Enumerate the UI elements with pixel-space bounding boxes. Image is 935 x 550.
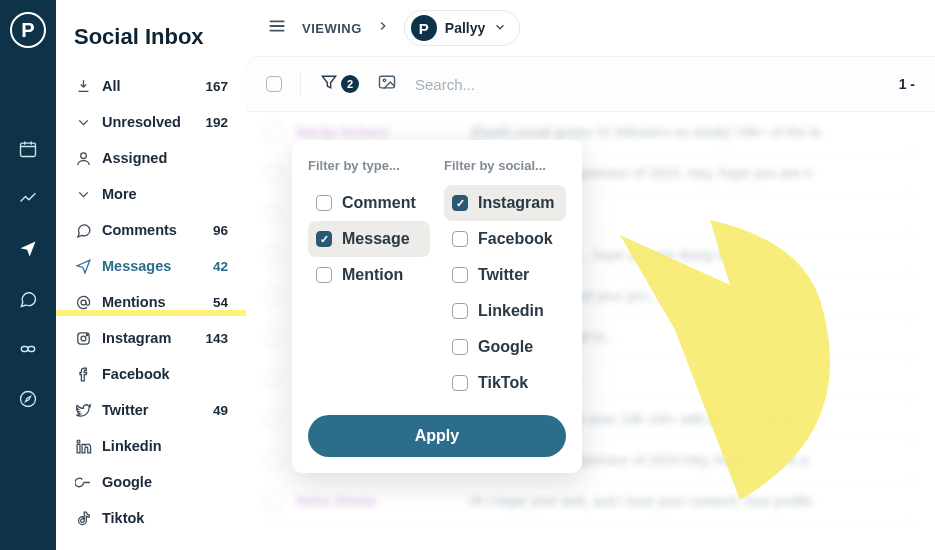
sidebar-item-label: Facebook [102, 366, 170, 382]
option-label: TikTok [478, 374, 528, 392]
checkbox-icon [452, 231, 468, 247]
analytics-icon[interactable] [17, 188, 39, 210]
checkbox-icon [452, 339, 468, 355]
filter-count-badge: 2 [341, 75, 359, 93]
filter-type-option[interactable]: Comment [308, 185, 430, 221]
sidebar-item-google[interactable]: Google [56, 464, 246, 500]
filter-social-option[interactable]: Twitter [444, 257, 566, 293]
apply-button[interactable]: Apply [308, 415, 566, 457]
chat-icon[interactable] [17, 288, 39, 310]
link-icon[interactable] [17, 338, 39, 360]
row-checkbox[interactable] [266, 411, 282, 427]
download-icon [74, 77, 92, 95]
row-checkbox[interactable] [266, 493, 282, 509]
svg-rect-0 [21, 143, 36, 156]
pager-text: 1 - [899, 76, 915, 92]
sidebar-item-assigned[interactable]: Assigned [56, 140, 246, 176]
compass-icon[interactable] [17, 388, 39, 410]
sidebar-item-label: Unresolved [102, 114, 181, 130]
filter-social-option[interactable]: TikTok [444, 365, 566, 401]
sidebar-item-label: Google [102, 474, 152, 490]
svg-point-6 [81, 300, 86, 305]
sidebar-item-label: More [102, 186, 137, 202]
message-snippet: @path.social grows IG followers so easil… [470, 124, 821, 140]
user-icon [74, 149, 92, 167]
message-sender: Neha Shelar [296, 493, 456, 509]
sidebar-item-messages[interactable]: Messages 42 [56, 248, 246, 284]
row-checkbox[interactable] [266, 452, 282, 468]
filter-social-option[interactable]: Linkedin [444, 293, 566, 329]
row-checkbox[interactable] [266, 247, 282, 263]
org-logo-icon: P [411, 15, 437, 41]
svg-rect-10 [77, 444, 80, 453]
viewing-label: VIEWING [302, 21, 362, 36]
checkbox-icon [452, 303, 468, 319]
sidebar-item-label: Mentions [102, 294, 166, 310]
sidebar-item-count: 143 [205, 331, 228, 346]
inbox-send-icon[interactable] [17, 238, 39, 260]
filter-button[interactable]: 2 [319, 72, 359, 96]
topbar: VIEWING P Pallyy [246, 0, 935, 56]
message-row[interactable]: Neha Shelar Hi I hope your well, and I l… [266, 481, 915, 522]
chevron-right-icon [376, 19, 390, 37]
sidebar-item-label: Assigned [102, 150, 167, 166]
toolbar: 2 1 - [246, 56, 935, 112]
page-title: Social Inbox [56, 18, 246, 68]
filter-social-option[interactable]: Google [444, 329, 566, 365]
hamburger-icon[interactable] [266, 15, 288, 41]
calendar-icon[interactable] [17, 138, 39, 160]
search-input[interactable] [415, 76, 595, 93]
row-checkbox[interactable] [266, 124, 282, 140]
svg-point-5 [80, 152, 86, 158]
svg-point-9 [86, 334, 87, 335]
svg-marker-4 [26, 397, 31, 402]
filter-social-option[interactable]: Instagram [444, 185, 566, 221]
message-snippet: Hi I hope your well, and I love your con… [470, 493, 812, 509]
sidebar-item-linkedin[interactable]: Linkedin [56, 428, 246, 464]
sidebar-item-count: 192 [205, 115, 228, 130]
row-checkbox[interactable] [266, 206, 282, 222]
chevron-down-icon [493, 20, 507, 37]
sidebar-item-comments[interactable]: Comments 96 [56, 212, 246, 248]
app-logo[interactable]: P [10, 12, 46, 48]
highlight-marker [56, 310, 246, 316]
google-icon [74, 473, 92, 491]
sidebar-item-label: Messages [102, 258, 171, 274]
sidebar-item-more[interactable]: More [56, 176, 246, 212]
sidebar-item-count: 167 [205, 79, 228, 94]
select-all-checkbox[interactable] [266, 76, 282, 92]
image-icon[interactable] [377, 72, 397, 96]
option-label: Message [342, 230, 410, 248]
sidebar: Social Inbox All 167 Unresolved 192 Assi… [56, 0, 246, 550]
message-sender: Marija Schanz [296, 124, 456, 140]
sidebar-item-tiktok[interactable]: Tiktok [56, 500, 246, 536]
sidebar-item-twitter[interactable]: Twitter 49 [56, 392, 246, 428]
row-checkbox[interactable] [266, 165, 282, 181]
chevron-down-icon [74, 185, 92, 203]
option-label: Google [478, 338, 533, 356]
checkbox-icon [316, 195, 332, 211]
sidebar-item-facebook[interactable]: Facebook [56, 356, 246, 392]
filter-type-option[interactable]: Message [308, 221, 430, 257]
check-icon [74, 113, 92, 131]
checkbox-icon [452, 195, 468, 211]
divider [300, 72, 301, 96]
sidebar-item-unresolved[interactable]: Unresolved 192 [56, 104, 246, 140]
linkedin-icon [74, 437, 92, 455]
filter-social-option[interactable]: Facebook [444, 221, 566, 257]
funnel-icon [319, 72, 339, 96]
sidebar-item-instagram[interactable]: Instagram 143 [56, 320, 246, 356]
sidebar-item-count: 54 [213, 295, 228, 310]
row-checkbox[interactable] [266, 370, 282, 386]
checkbox-icon [316, 267, 332, 283]
twitter-icon [74, 401, 92, 419]
org-name: Pallyy [445, 20, 485, 36]
svg-rect-1 [21, 347, 28, 352]
row-checkbox[interactable] [266, 329, 282, 345]
org-selector[interactable]: P Pallyy [404, 10, 520, 46]
sidebar-item-all[interactable]: All 167 [56, 68, 246, 104]
filter-type-option[interactable]: Mention [308, 257, 430, 293]
svg-rect-2 [28, 347, 35, 352]
filter-type-column: Filter by type... Comment Message Mentio… [308, 158, 430, 401]
row-checkbox[interactable] [266, 288, 282, 304]
